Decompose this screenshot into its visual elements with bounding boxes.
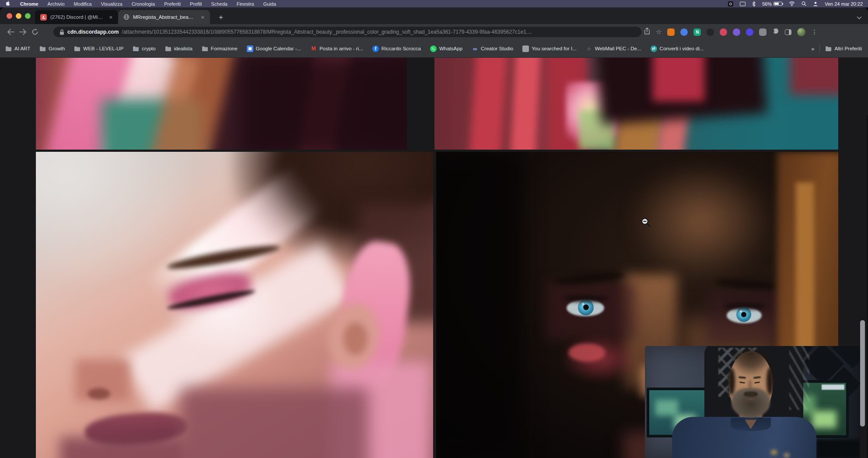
bookmark-label: WebMail PEC - De...: [595, 46, 641, 51]
bookmark-folder[interactable]: idealista: [165, 45, 192, 52]
face-chin-shadow: [60, 437, 187, 458]
bookmark-webmail-pec[interactable]: ◆ WebMail PEC - De...: [586, 45, 641, 52]
bookmark-label: AI ART: [14, 46, 30, 51]
other-bookmarks-folder[interactable]: Altri Preferiti: [825, 45, 862, 52]
person-mouth: [746, 399, 755, 400]
close-tab-icon[interactable]: ×: [200, 14, 206, 21]
bookmark-video-converter[interactable]: ⇄ Converti i video di...: [651, 45, 704, 52]
apple-icon[interactable]: [6, 1, 11, 7]
folder-icon: [74, 45, 80, 52]
gmail-icon: M: [310, 45, 317, 52]
side-panel-icon[interactable]: [785, 29, 791, 35]
blue-extension-icon[interactable]: [680, 28, 688, 36]
address-bar[interactable]: cdn.discordapp.com /attachments/10135123…: [53, 27, 641, 37]
bookmark-label: Google Calendar -...: [256, 46, 301, 51]
menu-item[interactable]: Preferiti: [164, 1, 181, 7]
chair-pattern: [789, 346, 809, 410]
face-neck-shadow: [180, 388, 368, 458]
screen: Chrome Archivio Modifica Visualizza Cron…: [0, 0, 868, 458]
bookmark-folder[interactable]: crypto: [133, 45, 155, 52]
menu-item[interactable]: Finestra: [237, 1, 254, 7]
grid-extension-icon[interactable]: [759, 28, 766, 36]
face-eye-glint: [582, 303, 584, 305]
bookmark-folder[interactable]: WEB - LEVEL-UP: [74, 45, 123, 52]
notion-extension-icon[interactable]: N: [693, 28, 701, 36]
bookmark-folder[interactable]: Growth: [39, 45, 65, 52]
bookmarks-list: AI ART Growth WEB - LEVEL-UP crypto idea…: [0, 45, 811, 52]
menu-item[interactable]: Guida: [263, 1, 276, 7]
menu-item[interactable]: Profili: [190, 1, 202, 7]
menu-item[interactable]: Cronologia: [132, 1, 155, 7]
menu-bar-left: Chrome Archivio Modifica Visualizza Cron…: [0, 1, 276, 7]
bookmarks-right: » Altri Preferiti: [811, 45, 868, 52]
back-button[interactable]: [4, 29, 17, 35]
bookmark-label: Formazione: [211, 46, 238, 51]
battery-icon: [774, 2, 782, 6]
menu-item[interactable]: Modifica: [74, 1, 92, 7]
red-extension-icon[interactable]: [720, 28, 727, 36]
tab-discord[interactable]: (2762) Discord | @Midjourney ×: [35, 10, 118, 24]
reload-button[interactable]: [29, 28, 41, 35]
extensions-puzzle-icon[interactable]: [772, 28, 779, 36]
tab-search-chevron-icon[interactable]: [857, 14, 862, 21]
profile-avatar[interactable]: [797, 28, 805, 36]
screen-content-blob: [812, 411, 836, 428]
wifi-icon[interactable]: [789, 1, 795, 6]
menu-item[interactable]: Archivio: [48, 1, 65, 7]
person-mustache: [744, 392, 758, 397]
forward-button[interactable]: [17, 29, 29, 35]
battery-indicator[interactable]: 56%: [762, 1, 782, 7]
bookmark-gmail[interactable]: M Posta in arrivo - ri...: [310, 45, 363, 52]
menu-item-app[interactable]: Chrome: [20, 1, 38, 7]
bookmark-star-icon[interactable]: ☆: [656, 28, 662, 36]
meta-icon: ∞: [472, 45, 478, 52]
metamask-extension-icon[interactable]: [667, 28, 675, 36]
bookmark-label: idealista: [174, 46, 192, 51]
bluetooth-icon[interactable]: [752, 1, 756, 7]
grid-image-top-left[interactable]: [36, 58, 407, 150]
screen-record-icon[interactable]: [728, 1, 733, 7]
bookmark-facebook[interactable]: f Riccardo Scrocca: [372, 45, 421, 52]
face-eyelid: [724, 302, 766, 310]
purple-extension-icon[interactable]: [733, 28, 740, 36]
bookmark-whatsapp[interactable]: WhatsApp: [430, 45, 462, 52]
face-red-glitter-core: [568, 343, 606, 362]
bookmark-folder[interactable]: Formazione: [202, 45, 238, 52]
bookmark-search-result[interactable]: You searched for I...: [522, 45, 577, 52]
close-tab-icon[interactable]: ×: [108, 14, 114, 21]
minimize-window-button[interactable]: [16, 13, 21, 19]
bookmark-folder[interactable]: AI ART: [5, 45, 30, 52]
warm-light-bokeh: [784, 454, 789, 457]
bookmark-google-calendar[interactable]: Google Calendar -...: [247, 45, 301, 52]
face-ear-inner: [343, 322, 368, 355]
new-tab-button[interactable]: +: [215, 12, 227, 23]
spotlight-search-icon[interactable]: [802, 1, 806, 6]
close-window-button[interactable]: [7, 13, 12, 19]
grid-image-bottom-left-face[interactable]: [36, 152, 433, 458]
maximize-window-button[interactable]: [25, 13, 31, 19]
bookmarks-overflow-chevron[interactable]: »: [811, 45, 814, 52]
grid-image-top-right[interactable]: [434, 58, 838, 150]
url-path: /attachments/1013512335442333816/1088905…: [122, 29, 635, 35]
share-icon[interactable]: [644, 28, 650, 36]
tab-cdn-image[interactable]: MRregista_Abstract_beauty._… ×: [118, 10, 210, 24]
abstract-dark-area: [241, 58, 407, 150]
tabs: (2762) Discord | @Midjourney × MRregista…: [35, 10, 210, 24]
page-icon: [522, 45, 529, 52]
indigo-extension-icon[interactable]: [746, 28, 753, 36]
bookmark-creator-studio[interactable]: ∞ Creator Studio: [472, 45, 513, 52]
menu-item[interactable]: Scheda: [211, 1, 228, 7]
bookmark-label: crypto: [142, 46, 155, 51]
user-menu-icon[interactable]: [813, 1, 818, 7]
menu-bar-clock[interactable]: Ven 24 mar 20:22: [825, 1, 863, 7]
display-icon[interactable]: [740, 2, 746, 6]
webcam-overlay: [645, 346, 860, 458]
scrollbar-thumb[interactable]: [860, 320, 865, 427]
menu-item[interactable]: Visualizza: [101, 1, 122, 7]
chrome-menu-icon[interactable]: ⋮: [811, 28, 817, 35]
globe-favicon: [123, 14, 130, 20]
folder-icon: [825, 45, 832, 52]
folder-icon: [133, 45, 139, 52]
person-hair-side: [766, 367, 774, 395]
dark-extension-icon[interactable]: [707, 28, 714, 36]
